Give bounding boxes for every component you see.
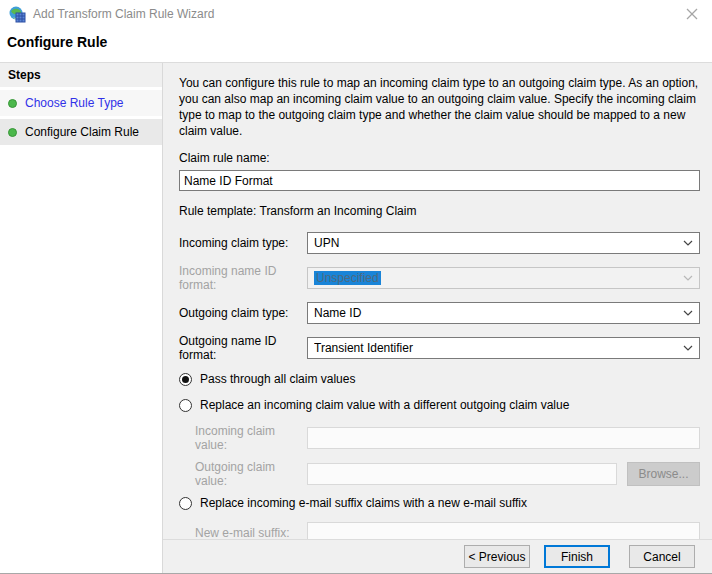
step-status-icon (8, 99, 17, 108)
steps-header: Steps (0, 63, 162, 87)
close-button[interactable] (681, 3, 703, 25)
outgoing-claim-value-input (307, 463, 617, 485)
incoming-claim-value-input (307, 427, 700, 449)
sidebar-item-choose-rule-type[interactable]: Choose Rule Type (0, 90, 162, 116)
incoming-claim-type-label: Incoming claim type: (179, 236, 307, 250)
footer-button-bar: < Previous Finish Cancel (163, 539, 712, 573)
previous-button[interactable]: < Previous (464, 545, 530, 568)
radio-replace-claim-value[interactable]: Replace an incoming claim value with a d… (179, 398, 700, 412)
main-panel: You can configure this rule to map an in… (163, 63, 712, 573)
outgoing-name-id-format-row: Outgoing name ID format: Transient Ident… (179, 334, 700, 362)
claim-rule-name-input[interactable] (179, 170, 700, 191)
chevron-down-icon (683, 240, 693, 246)
new-email-suffix-label: New e-mail suffix: (195, 526, 307, 539)
window-title: Add Transform Claim Rule Wizard (33, 7, 214, 21)
finish-button[interactable]: Finish (544, 545, 610, 568)
radio-pass-through[interactable]: Pass through all claim values (179, 372, 700, 386)
description-text: You can configure this rule to map an in… (179, 75, 700, 139)
radio-replace-email-suffix[interactable]: Replace incoming e-mail suffix claims wi… (179, 496, 700, 510)
outgoing-claim-type-row: Outgoing claim type: Name ID (179, 302, 700, 324)
rule-template-text: Rule template: Transform an Incoming Cla… (179, 204, 700, 218)
chevron-down-icon (683, 310, 693, 316)
incoming-claim-type-select[interactable]: UPN (307, 232, 700, 254)
selected-value: Name ID (314, 306, 683, 320)
new-email-suffix-input (307, 522, 700, 539)
cancel-button[interactable]: Cancel (629, 545, 695, 568)
steps-sidebar: Steps Choose Rule Type Configure Claim R… (0, 63, 163, 573)
selected-value: Unspecified (314, 271, 381, 285)
incoming-claim-value-row: Incoming claim value: (195, 424, 700, 452)
browse-button: Browse... (627, 462, 700, 486)
radio-selected-icon (179, 373, 192, 386)
claim-rule-name-label: Claim rule name: (179, 151, 700, 165)
chevron-down-icon (683, 345, 693, 351)
sidebar-item-configure-claim-rule[interactable]: Configure Claim Rule (0, 119, 162, 145)
wizard-app-icon (9, 6, 26, 23)
selected-value: UPN (314, 236, 683, 250)
page-title: Configure Rule (0, 28, 712, 63)
radio-label: Pass through all claim values (200, 372, 355, 386)
close-icon (686, 8, 698, 20)
title-bar: Add Transform Claim Rule Wizard (0, 0, 712, 28)
radio-unselected-icon (179, 497, 192, 510)
incoming-claim-type-row: Incoming claim type: UPN (179, 232, 700, 254)
incoming-name-id-format-row: Incoming name ID format: Unspecified (179, 264, 700, 292)
outgoing-name-id-format-select[interactable]: Transient Identifier (307, 337, 700, 359)
outgoing-claim-type-label: Outgoing claim type: (179, 306, 307, 320)
outgoing-claim-value-row: Outgoing claim value: Browse... (195, 460, 700, 488)
chevron-down-icon (683, 275, 693, 281)
new-email-suffix-row: New e-mail suffix: (195, 522, 700, 539)
outgoing-name-id-format-label: Outgoing name ID format: (179, 334, 307, 362)
step-status-icon (8, 128, 17, 137)
incoming-claim-value-label: Incoming claim value: (195, 424, 307, 452)
step-label: Configure Claim Rule (25, 125, 139, 139)
incoming-name-id-format-select: Unspecified (307, 267, 700, 289)
wizard-dialog: Add Transform Claim Rule Wizard Configur… (0, 0, 712, 574)
step-label: Choose Rule Type (25, 96, 124, 110)
radio-label: Replace an incoming claim value with a d… (200, 398, 569, 412)
incoming-name-id-format-label: Incoming name ID format: (179, 264, 307, 292)
radio-label: Replace incoming e-mail suffix claims wi… (200, 496, 527, 510)
outgoing-claim-type-select[interactable]: Name ID (307, 302, 700, 324)
radio-unselected-icon (179, 399, 192, 412)
outgoing-claim-value-label: Outgoing claim value: (195, 460, 307, 488)
selected-value: Transient Identifier (314, 341, 683, 355)
